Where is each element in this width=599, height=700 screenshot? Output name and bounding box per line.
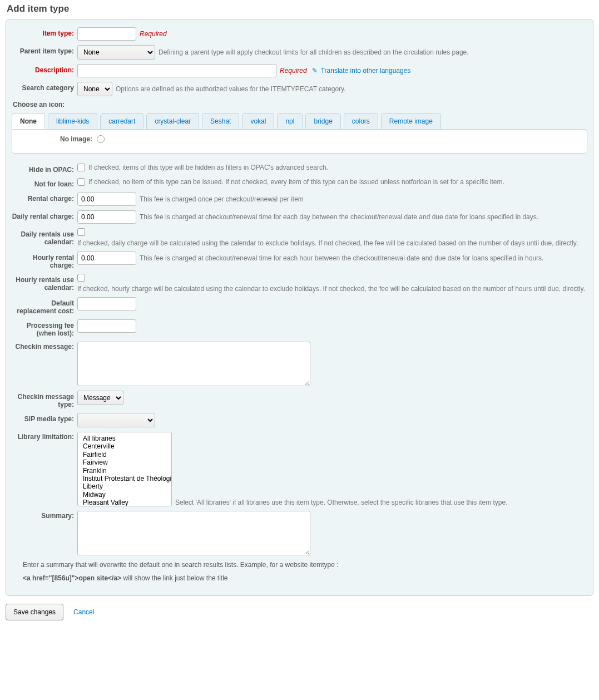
description-label: Description: (12, 64, 77, 74)
page-title: Add item type (7, 3, 593, 14)
daily-cal-checkbox[interactable] (77, 228, 85, 236)
checkin-type-select[interactable]: Message (77, 391, 123, 405)
library-option[interactable]: Fairview (81, 459, 168, 466)
daily-rental-label: Daily rental charge: (12, 210, 77, 220)
daily-rental-hint: This fee is charged at checkout/renewal … (140, 213, 538, 221)
required-text: Required (280, 67, 307, 75)
item-type-label: Item type: (12, 27, 77, 37)
parent-select[interactable]: None (77, 45, 155, 60)
hourly-cal-label: Hourly rentals use calendar: (12, 274, 77, 292)
hourly-rental-label: Hourly rental charge: (12, 252, 77, 269)
parent-label: Parent item type: (12, 45, 77, 55)
summary-note-1: Enter a summary that will overwrite the … (23, 561, 587, 569)
checkin-msg-textarea[interactable] (77, 342, 310, 386)
tab-seshat[interactable]: Seshat (202, 113, 239, 129)
library-option[interactable]: Pleasant Valley (81, 499, 168, 506)
processing-label: Processing fee (when lost): (12, 319, 77, 337)
save-button[interactable]: Save changes (6, 604, 63, 620)
library-option[interactable]: Institut Protestant de Théologie (81, 475, 168, 482)
library-option[interactable]: Fairfield (81, 451, 168, 459)
icon-tab-content: No image: (12, 129, 587, 154)
cancel-link[interactable]: Cancel (73, 608, 94, 616)
sip-label: SIP media type: (12, 413, 77, 423)
not-for-loan-hint: If checked, no item of this type can be … (88, 178, 504, 186)
daily-rental-input[interactable] (77, 210, 136, 224)
choose-icon-label: Choose an icon: (13, 101, 587, 109)
no-image-radio[interactable] (97, 135, 105, 143)
hide-opac-checkbox[interactable] (77, 164, 85, 171)
no-image-label: No image: (20, 135, 92, 143)
tab-npl[interactable]: npl (277, 113, 303, 129)
tab-bridge[interactable]: bridge (305, 113, 340, 129)
search-category-hint: Options are defined as the authorized va… (116, 85, 346, 93)
search-category-select[interactable]: None (77, 82, 112, 96)
daily-cal-label: Daily rentals use calendar: (12, 228, 77, 246)
hourly-cal-hint: If checked, hourly charge will be calcul… (77, 285, 585, 293)
summary-label: Summary: (12, 511, 77, 520)
tab-none[interactable]: None (12, 113, 45, 129)
icon-tabs: Noneliblime-kidscarredartcrystal-clearSe… (12, 113, 587, 129)
checkin-type-label: Checkin message type: (12, 391, 77, 408)
library-option[interactable]: Liberty (81, 482, 168, 490)
library-option[interactable]: Centerville (81, 442, 168, 450)
hourly-rental-hint: This fee is charged at checkout/renewal … (140, 254, 543, 262)
library-option[interactable]: All libraries (81, 435, 168, 442)
form-box: Item type: Required Parent item type: No… (6, 19, 593, 596)
checkin-msg-label: Checkin message: (12, 342, 77, 351)
daily-cal-hint: If checked, daily charge will be calcula… (77, 239, 578, 247)
summary-note-2: <a href="[856u]">open site</a> will show… (23, 574, 587, 582)
pencil-icon: ✎ (312, 67, 318, 75)
library-limitation-select[interactable]: All librariesCentervilleFairfieldFairvie… (77, 432, 172, 506)
replacement-label: Default replacement cost: (12, 297, 77, 315)
rental-input[interactable] (77, 193, 136, 206)
hide-opac-hint: If checked, items of this type will be h… (88, 164, 328, 171)
replacement-input[interactable] (77, 297, 136, 310)
not-for-loan-label: Not for loan: (12, 178, 77, 188)
tab-vokal[interactable]: vokal (242, 113, 274, 129)
hide-opac-label: Hide in OPAC: (12, 164, 77, 174)
library-option[interactable]: Franklin (81, 467, 168, 475)
tab-crystal-clear[interactable]: crystal-clear (146, 113, 199, 129)
hourly-rental-input[interactable] (77, 252, 136, 265)
hourly-cal-checkbox[interactable] (77, 274, 85, 282)
parent-hint: Defining a parent type will apply checko… (159, 48, 469, 56)
processing-input[interactable] (77, 319, 136, 333)
lib-limit-label: Library limitation: (12, 432, 77, 441)
item-type-input[interactable] (77, 27, 136, 41)
library-option[interactable]: Midway (81, 491, 168, 499)
tab-colors[interactable]: colors (344, 113, 378, 129)
description-input[interactable] (77, 64, 276, 77)
translate-link[interactable]: Translate into other languages (321, 67, 411, 75)
not-for-loan-checkbox[interactable] (77, 178, 85, 186)
summary-textarea[interactable] (77, 511, 310, 555)
tab-carredart[interactable]: carredart (100, 113, 143, 129)
lib-limit-hint: Select 'All libraries' if all libraries … (175, 499, 507, 506)
rental-hint: This fee is charged once per checkout/re… (140, 195, 304, 203)
rental-label: Rental charge: (12, 193, 77, 203)
search-category-label: Search category (12, 82, 77, 92)
tab-liblime-kids[interactable]: liblime-kids (48, 113, 97, 129)
sip-select[interactable] (77, 413, 155, 427)
required-text: Required (140, 30, 167, 38)
tab-remote-image[interactable]: Remote image (381, 113, 441, 129)
